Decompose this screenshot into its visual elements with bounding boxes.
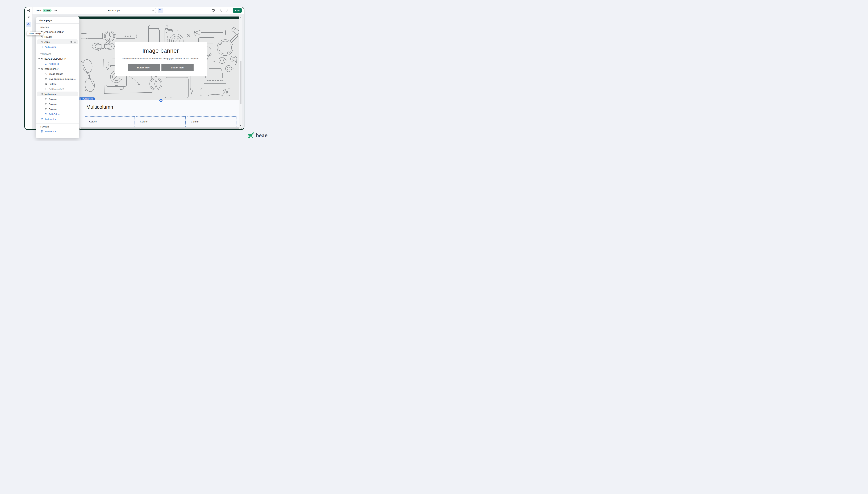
horizontal-scrollbar-thumb[interactable] [81,128,239,129]
redo-icon [225,9,229,12]
exit-icon [27,9,30,12]
rail-sections-button[interactable] [26,15,32,20]
plus-circle-icon [41,130,43,133]
select-element-icon [159,9,162,12]
gear-icon [27,23,30,26]
scroll-up-arrow[interactable] [240,17,241,18]
live-dot-icon [44,10,45,11]
topbar-right: Save [211,8,244,13]
plus-circle-icon [45,113,47,115]
panel-divider [36,123,79,124]
chevron-down-icon [152,10,154,12]
plus-circle-icon [45,88,47,90]
vertical-scrollbar[interactable] [239,17,242,127]
more-actions-button[interactable] [54,9,57,12]
vertical-scrollbar-thumb[interactable] [240,61,241,104]
add-section-plus-button[interactable]: + [159,99,162,102]
rail-theme-settings-button[interactable] [26,22,32,27]
preview-column-2[interactable]: Column [136,116,185,127]
live-status-badge: Live [43,9,52,12]
column-brackets-icon [45,98,47,100]
inspect-element-button[interactable] [158,8,163,13]
drag-handle-icon[interactable] [74,41,76,43]
storefront-preview: Image banner Give customers details abou… [78,17,242,129]
undo-button[interactable] [219,8,223,12]
brand-name: beae [256,133,268,139]
monitor-icon [212,9,215,12]
plus-circle-icon [45,62,47,65]
panel-item-column-1[interactable]: Column [37,97,78,101]
image-icon [40,68,43,70]
add-column-button[interactable]: Add Column [37,112,78,117]
panel-item-column-2[interactable]: Column [37,101,78,107]
chevron-down-icon[interactable] [38,68,40,70]
chevron-right-icon[interactable] [38,41,40,43]
save-button[interactable]: Save [233,8,242,13]
divider [231,8,231,13]
scroll-down-arrow[interactable] [240,125,241,126]
row-actions [70,41,77,43]
preview-column-3[interactable]: Column [187,116,236,127]
add-section-footer-button[interactable]: Add section [37,129,78,134]
sections-icon [27,16,31,20]
panel-item-image-banner-text[interactable]: Give customers details abo... [37,76,78,81]
multicolumn-section-badge[interactable]: Multicolumn [78,97,95,100]
panel-item-buttons[interactable]: Buttons [37,81,78,86]
page-selector-dropdown[interactable]: Home page [106,8,156,13]
topbar-left: Dawn Live [33,9,57,12]
text-lines-icon [45,78,47,80]
section-selection-border [78,100,239,100]
preview-announcement-bar[interactable] [78,17,239,19]
preview-column-1[interactable]: Column [85,116,135,127]
redo-button[interactable] [225,8,229,12]
banner-button-1[interactable]: Button label [127,64,160,71]
column-brackets-icon [45,103,47,106]
column-brackets-icon [45,108,47,111]
panel-body: HEADER Announcement bar Header Apps Add … [36,24,79,134]
button-cursor-icon [45,83,47,85]
panel-item-beae-builder-app[interactable]: BEAE BUILDER APP [37,56,78,61]
topbar: Dawn Live Home page [25,7,244,14]
group-label-template: TEMPLATE [36,52,79,56]
panel-header: Home page [36,17,79,24]
beae-brand-logo: beae [247,132,268,139]
add-section-header-button[interactable]: Add section [37,44,78,49]
panel-item-image-banner[interactable]: Image banner [37,66,78,71]
add-block-disabled-button: Add block (3/3) [37,87,78,91]
chevron-down-icon[interactable] [38,58,40,60]
panel-item-image-banner-heading[interactable]: Image banner [37,71,78,76]
theme-settings-tooltip: Theme settings [26,32,43,35]
undo-icon [220,9,223,12]
section-icon [40,57,43,60]
multicolumn-section[interactable]: Multicolumn Column Column Column [78,100,239,127]
scroll-right-arrow[interactable] [241,128,242,129]
page-selector-value: Home page [108,9,152,12]
multicolumn-heading: Multicolumn [86,104,113,110]
chevron-down-icon[interactable] [38,93,40,95]
panel-item-column-3[interactable]: Column [37,107,78,112]
plus-circle-icon [41,46,43,48]
banner-button-2[interactable]: Button label [161,64,194,71]
exit-editor-button[interactable] [25,7,33,14]
section-icon [40,36,43,38]
section-icon [40,41,43,43]
add-section-template-button[interactable]: Add section [37,117,78,121]
theme-name: Dawn [35,9,41,12]
add-block-beae-button[interactable]: Add block [37,61,78,66]
columns-icon [40,93,43,95]
panel-item-announcement-bar[interactable]: Announcement bar [37,30,78,34]
plus-circle-icon [41,118,43,120]
banner-buttons: Button label Button label [115,64,206,71]
topbar-center: Home page [106,7,163,14]
visibility-eye-icon[interactable] [70,41,72,43]
chevron-right-icon[interactable] [38,36,40,38]
banner-title: Image banner [115,48,206,54]
horizontal-scrollbar[interactable] [78,127,242,129]
panel-item-apps[interactable]: Apps [37,39,78,44]
panel-item-header[interactable]: Header [37,34,78,39]
device-preview-button[interactable] [211,8,215,13]
section-icon [80,98,82,100]
panel-item-multicolumn[interactable]: Multicolumn [37,92,78,96]
image-banner-card[interactable]: Image banner Give customers details abou… [115,42,206,76]
group-label-header: HEADER [36,25,79,29]
